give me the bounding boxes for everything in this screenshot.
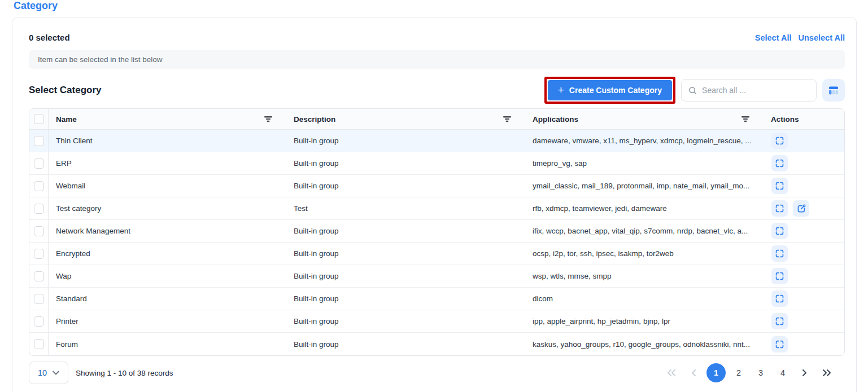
row-checkbox[interactable] [34, 294, 44, 304]
expand-row-button[interactable] [771, 155, 788, 171]
cell-applications: ocsp, i2p, tor, ssh, ipsec, isakmp, tor2… [525, 243, 764, 265]
table-row[interactable]: Network ManagementBuilt-in groupifix, wc… [29, 220, 844, 243]
cell-description: Built-in group [286, 130, 525, 152]
row-checkbox[interactable] [34, 249, 44, 259]
select-all-link[interactable]: Select All [755, 33, 792, 42]
page-button-1[interactable]: 1 [706, 363, 726, 382]
row-checkbox[interactable] [34, 271, 44, 281]
table-row[interactable]: ForumBuilt-in groupkaskus, yahoo_groups,… [29, 333, 844, 355]
selection-hint: Item can be selected in the list below [29, 50, 845, 69]
row-checkbox[interactable] [34, 226, 44, 236]
cell-description: Built-in group [286, 265, 525, 287]
cell-name: Webmail [49, 175, 286, 197]
table-row[interactable]: Thin ClientBuilt-in groupdameware, vmwar… [29, 130, 844, 152]
cell-name: Wap [49, 265, 286, 287]
cell-applications: dameware, vmware, x11, ms_hyperv, xdmcp,… [525, 130, 764, 152]
expand-row-button[interactable] [771, 223, 788, 239]
column-header-description: Description [286, 109, 525, 129]
section-title: Select Category [29, 85, 102, 96]
expand-row-button[interactable] [771, 245, 788, 262]
category-table: Name Description [29, 108, 845, 356]
row-checkbox[interactable] [34, 339, 44, 349]
expand-row-button[interactable] [771, 336, 788, 353]
row-checkbox[interactable] [34, 204, 44, 214]
select-all-checkbox[interactable] [34, 114, 44, 124]
table-row[interactable]: Test categoryTestrfb, xdmcp, teamviewer,… [29, 197, 844, 220]
column-header-applications: Applications [525, 109, 764, 129]
expand-row-button[interactable] [771, 290, 788, 307]
cell-applications: ipp, apple_airprint, hp_jetadmin, bjnp, … [525, 310, 764, 332]
expand-icon [775, 249, 784, 258]
table-row[interactable]: ERPBuilt-in grouptimepro_vg, sap [29, 152, 844, 175]
column-settings-button[interactable] [822, 79, 845, 102]
table-row[interactable]: EncryptedBuilt-in groupocsp, i2p, tor, s… [29, 243, 844, 265]
cell-actions [764, 197, 844, 219]
row-checkbox-cell [29, 333, 49, 355]
row-checkbox[interactable] [34, 158, 44, 169]
search-input[interactable] [702, 86, 809, 95]
expand-icon [775, 316, 784, 326]
cell-name: Thin Client [49, 130, 286, 152]
cell-actions [764, 220, 844, 242]
cell-actions [764, 175, 844, 197]
row-checkbox[interactable] [34, 136, 44, 146]
expand-row-button[interactable] [771, 200, 788, 217]
cell-applications: rfb, xdmcp, teamviewer, jedi, dameware [525, 197, 764, 219]
first-page-button[interactable] [662, 364, 681, 382]
page-size-select[interactable]: 10 [29, 362, 68, 384]
row-checkbox-cell [29, 220, 49, 242]
row-checkbox[interactable] [34, 181, 44, 191]
create-custom-category-button[interactable]: + Create Custom Category [548, 80, 672, 100]
table-row[interactable]: PrinterBuilt-in groupipp, apple_airprint… [29, 310, 844, 333]
column-header-actions: Actions [764, 109, 844, 129]
row-checkbox-cell [29, 243, 49, 265]
page-title: Category [14, 0, 58, 12]
row-checkbox[interactable] [34, 316, 44, 327]
header-checkbox-cell [29, 109, 49, 129]
row-checkbox-cell [29, 265, 49, 287]
expand-row-button[interactable] [771, 313, 788, 329]
row-checkbox-cell [29, 310, 49, 332]
search-box [681, 79, 817, 102]
cell-description: Test [286, 197, 525, 219]
expand-icon [775, 226, 784, 236]
table-row[interactable]: WebmailBuilt-in groupymail_classic, mail… [29, 175, 844, 197]
expand-row-button[interactable] [771, 133, 788, 149]
selected-count: 0 selected [29, 33, 70, 42]
columns-icon [827, 84, 840, 96]
name-filter-button[interactable] [263, 114, 274, 124]
cell-actions [764, 310, 844, 332]
double-chevron-right-icon [822, 369, 832, 377]
table-row[interactable]: StandardBuilt-in groupdicom [29, 288, 844, 310]
cell-applications: ifix, wccp, bacnet_app, vital_qip, s7com… [525, 220, 764, 242]
table-controls: + Create Custom Category [544, 77, 845, 104]
previous-page-button[interactable] [684, 364, 703, 382]
page-button-4[interactable]: 4 [774, 364, 792, 382]
cell-description: Built-in group [286, 310, 525, 332]
cell-name: Printer [49, 310, 286, 332]
last-page-button[interactable] [818, 364, 836, 382]
page-button-2[interactable]: 2 [730, 364, 748, 382]
cell-name: Encrypted [49, 243, 286, 265]
applications-filter-button[interactable] [740, 114, 751, 124]
row-checkbox-cell [29, 152, 49, 174]
next-page-button[interactable] [796, 364, 814, 382]
cell-applications: ymail_classic, mail_189, protonmail, imp… [525, 175, 764, 197]
double-chevron-left-icon [666, 369, 677, 377]
plus-icon: + [558, 85, 564, 95]
cell-description: Built-in group [286, 288, 525, 310]
edit-row-button[interactable] [793, 200, 809, 217]
row-checkbox-cell [29, 130, 49, 152]
description-filter-button[interactable] [501, 114, 513, 124]
cell-actions [764, 265, 844, 287]
expand-row-button[interactable] [771, 268, 788, 284]
cell-actions [764, 243, 844, 265]
table-row[interactable]: WapBuilt-in groupwsp, wtls, mmse, smpp [29, 265, 844, 288]
pagination: 1 2 3 4 [662, 363, 836, 382]
cell-applications: wsp, wtls, mmse, smpp [525, 265, 764, 287]
row-checkbox-cell [29, 197, 49, 219]
unselect-all-link[interactable]: Unselect All [799, 33, 845, 42]
page-size-value: 10 [38, 368, 47, 377]
page-button-3[interactable]: 3 [752, 364, 770, 382]
expand-row-button[interactable] [771, 178, 788, 194]
